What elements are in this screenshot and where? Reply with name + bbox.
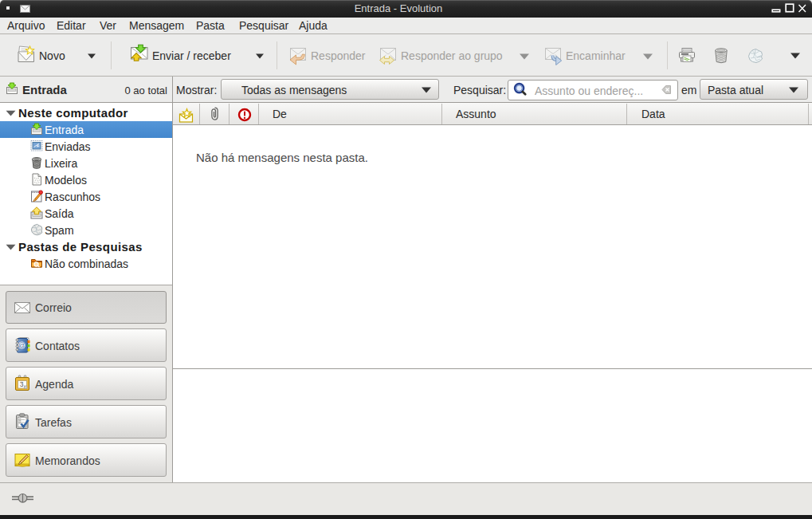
svg-text:@: @ [18, 341, 25, 349]
svg-text:3: 3 [20, 380, 24, 388]
